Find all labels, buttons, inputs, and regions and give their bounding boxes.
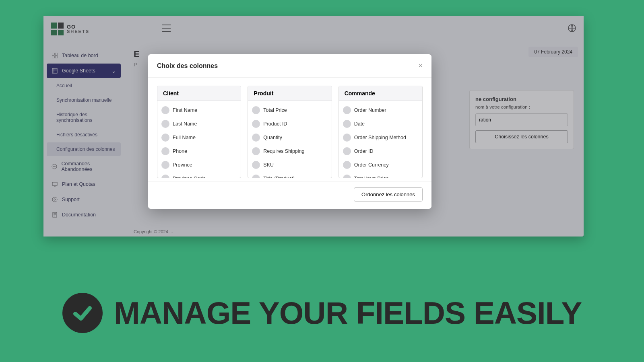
column-label: Title (Product) — [263, 176, 295, 178]
column-toggle-item[interactable]: Requires Shipping — [252, 144, 327, 158]
column-toggle-item[interactable]: SKU — [252, 158, 327, 172]
column-label: First Name — [173, 107, 197, 113]
column-toggle-item[interactable]: Date — [343, 117, 418, 131]
column-toggle-item[interactable]: Last Name — [161, 117, 237, 131]
modal-footer: Ordonnez les colonnes — [148, 181, 431, 209]
toggle-icon — [252, 106, 260, 114]
toggle-icon — [161, 134, 169, 142]
column-label: Requires Shipping — [263, 148, 304, 154]
order-columns-button[interactable]: Ordonnez les colonnes — [354, 187, 423, 202]
column-group: CommandeOrder NumberDateOrder Shipping M… — [339, 86, 423, 178]
column-toggle-item[interactable]: Province Code — [161, 172, 237, 178]
column-choice-modal: Choix des colonnes × ClientFirst NameLas… — [148, 54, 431, 209]
column-label: Province Code — [173, 176, 206, 178]
promo-banner: MANAGE YOUR FIELDS EASILY — [0, 293, 644, 333]
toggle-icon — [161, 147, 169, 155]
column-toggle-item[interactable]: Order Number — [343, 103, 418, 117]
check-circle-icon — [62, 293, 103, 333]
column-label: Date — [354, 121, 365, 127]
column-label: Total Price — [263, 107, 287, 113]
toggle-icon — [252, 120, 260, 128]
column-group: ProduitTotal PriceProduct IDQuantityRequ… — [248, 86, 332, 178]
column-toggle-item[interactable]: Full Name — [161, 131, 237, 144]
column-toggle-item[interactable]: Order Currency — [343, 158, 418, 172]
toggle-icon — [161, 161, 169, 169]
column-toggle-item[interactable]: Phone — [161, 144, 237, 158]
toggle-icon — [343, 147, 351, 155]
column-toggle-item[interactable]: Order Shipping Method — [343, 131, 418, 144]
toggle-icon — [161, 120, 169, 128]
column-toggle-item[interactable]: Total Item Price — [343, 172, 418, 178]
column-toggle-item[interactable]: Quantity — [252, 131, 327, 144]
column-toggle-item[interactable]: Order ID — [343, 144, 418, 158]
toggle-icon — [343, 175, 351, 178]
close-icon[interactable]: × — [418, 62, 423, 70]
column-label: Order Shipping Method — [354, 135, 406, 140]
column-toggle-item[interactable]: Product ID — [252, 117, 327, 131]
modal-title: Choix des colonnes — [157, 62, 218, 70]
toggle-icon — [343, 120, 351, 128]
column-group-header: Client — [157, 86, 241, 101]
modal-header: Choix des colonnes × — [148, 54, 431, 78]
toggle-icon — [252, 161, 260, 169]
column-label: Order Number — [354, 107, 386, 113]
toggle-icon — [252, 147, 260, 155]
column-group: ClientFirst NameLast NameFull NamePhoneP… — [157, 86, 241, 178]
column-label: Province — [173, 162, 192, 168]
promo-text: MANAGE YOUR FIELDS EASILY — [114, 295, 582, 331]
toggle-icon — [161, 106, 169, 114]
column-toggle-item[interactable]: First Name — [161, 103, 237, 117]
column-label: Total Item Price — [354, 176, 389, 178]
toggle-icon — [161, 175, 169, 178]
modal-body: ClientFirst NameLast NameFull NamePhoneP… — [148, 78, 431, 181]
column-toggle-item[interactable]: Title (Product) — [252, 172, 327, 178]
column-label: Full Name — [173, 135, 196, 140]
column-label: SKU — [263, 162, 274, 168]
toggle-icon — [343, 134, 351, 142]
column-toggle-item[interactable]: Total Price — [252, 103, 327, 117]
toggle-icon — [343, 106, 351, 114]
column-label: Order ID — [354, 148, 374, 154]
column-group-header: Produit — [248, 86, 331, 101]
column-group-header: Commande — [339, 86, 422, 101]
column-label: Phone — [173, 148, 187, 154]
column-label: Product ID — [263, 121, 287, 127]
column-label: Order Currency — [354, 162, 389, 168]
toggle-icon — [252, 134, 260, 142]
column-label: Quantity — [263, 135, 282, 140]
toggle-icon — [343, 161, 351, 169]
toggle-icon — [252, 175, 260, 178]
column-label: Last Name — [173, 121, 197, 127]
column-toggle-item[interactable]: Province — [161, 158, 237, 172]
